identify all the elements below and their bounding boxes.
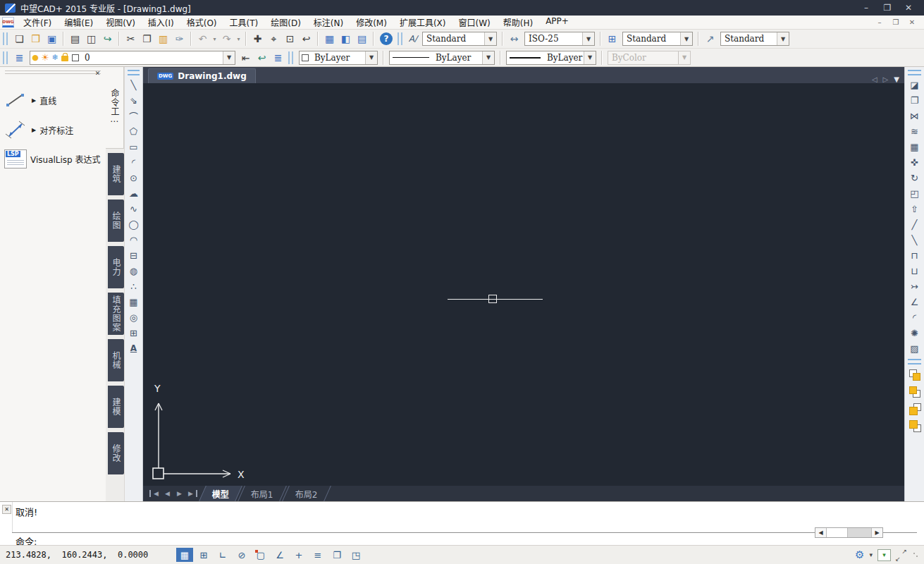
chevron-down-icon[interactable]: ▼ (482, 51, 494, 64)
chevron-down-icon[interactable]: ▾ (869, 551, 873, 558)
point-tool[interactable]: ∴ (125, 278, 142, 294)
dim-style-combo[interactable]: ISO-25 ▼ (524, 32, 595, 46)
linetype-control-combo[interactable]: ByLayer ▼ (389, 51, 495, 65)
arc-tool[interactable]: ◜ (125, 154, 142, 170)
menu-app-plus[interactable]: APP+ (539, 16, 575, 29)
toolbar-grip[interactable] (908, 359, 921, 364)
layer-previous-button[interactable]: ↩ (254, 50, 270, 66)
palette-tab-electric[interactable]: 电力 (108, 246, 124, 288)
cut-button[interactable]: ✂ (123, 31, 139, 47)
line-tool[interactable]: ╲ (125, 77, 142, 92)
annotation-scale-button[interactable]: ▾ (877, 549, 891, 561)
break-at-point-tool[interactable]: ⊓ (905, 247, 924, 263)
table-tool[interactable]: ⊞ (125, 325, 142, 341)
list-button[interactable]: ▤ (354, 31, 370, 47)
rectangle-tool[interactable]: ▭ (125, 139, 142, 154)
command-scrollbar[interactable]: ◀ ▶ (815, 527, 883, 538)
doc-tab-menu-button[interactable]: ▼ (894, 75, 899, 83)
snap-toggle[interactable]: ▦ (176, 548, 193, 562)
menu-draw[interactable]: 绘图(D) (264, 16, 307, 29)
help-button[interactable]: ? (380, 32, 393, 45)
scrollbar-track[interactable] (848, 528, 871, 537)
undo-button[interactable]: ↶ (195, 31, 211, 47)
toolbar-grip[interactable] (288, 51, 293, 64)
properties-button[interactable]: ◧ (338, 31, 354, 47)
previous-layout-button[interactable]: ◀ (161, 490, 173, 497)
scroll-right-icon[interactable]: ▶ (871, 528, 882, 537)
fillet-tool[interactable]: ◜ (905, 309, 924, 325)
open-button[interactable]: ❒ (27, 31, 44, 47)
print-button[interactable]: ▤ (67, 31, 83, 47)
menu-modify[interactable]: 修改(M) (350, 16, 393, 29)
viewport-toggle[interactable]: ◳ (347, 548, 364, 562)
menu-edit[interactable]: 编辑(E) (58, 16, 99, 29)
command-close-button[interactable]: ✕ (2, 505, 11, 514)
toolbar-grip[interactable] (128, 70, 140, 75)
lineweight-control-combo[interactable]: ByLayer ▼ (506, 51, 596, 65)
chevron-down-icon[interactable]: ▼ (777, 32, 789, 45)
redo-dropdown[interactable]: ▾ (235, 31, 242, 47)
flyout-arrow-icon[interactable]: ▶ (32, 97, 36, 104)
draw-order-bring-to-front-button[interactable] (905, 366, 924, 383)
plot-button[interactable]: ↪ (99, 31, 116, 47)
stretch-tool[interactable]: ⇧ (905, 201, 924, 216)
menu-window[interactable]: 窗口(W) (452, 16, 497, 29)
last-layout-button[interactable]: ▶ (185, 490, 197, 497)
chevron-down-icon[interactable]: ▼ (582, 32, 594, 45)
layer-combo[interactable]: ● ☀ ❄ 0 ▼ (30, 51, 235, 65)
toolbar-grip[interactable] (908, 70, 921, 75)
print-preview-button[interactable]: ◫ (83, 31, 99, 47)
grid-toggle[interactable]: ⊞ (195, 548, 212, 562)
array-tool[interactable]: ▦ (905, 139, 924, 154)
layout1-tab[interactable]: 布局1 (238, 486, 286, 501)
copy-button[interactable]: ❐ (139, 31, 155, 47)
zoom-realtime-button[interactable]: ⌖ (266, 31, 282, 47)
palette-tab-modeling[interactable]: 建模 (108, 386, 124, 428)
lineweight-toggle[interactable]: ≡ (309, 548, 326, 562)
palette-tab-hatch-patterns[interactable]: 填充图案 (108, 293, 124, 335)
menu-file[interactable]: 文件(F) (17, 16, 58, 29)
region-tool[interactable]: ◎ (125, 309, 142, 325)
zoom-window-button[interactable]: ⊡ (282, 31, 298, 47)
arc-start-center-tool[interactable]: ⌒ (125, 108, 142, 123)
text-style-combo[interactable]: Standard ▼ (422, 32, 497, 46)
minimize-button[interactable]: – (856, 0, 877, 16)
rotate-tool[interactable]: ↻ (905, 170, 924, 185)
layout2-tab[interactable]: 布局2 (282, 486, 331, 501)
osnap-toggle[interactable]: ▢ (252, 548, 269, 562)
make-object-layer-current-button[interactable]: ⇤ (238, 50, 254, 66)
polygon-tool[interactable]: ⬠ (125, 123, 142, 139)
table-style-combo[interactable]: Standard ▼ (622, 32, 693, 46)
make-block-tool[interactable]: ◍ (125, 263, 142, 278)
join-tool[interactable]: ↣ (905, 278, 924, 294)
document-tab-drawing1[interactable]: DWG Drawing1.dwg (148, 68, 256, 83)
menu-format[interactable]: 格式(O) (180, 16, 223, 29)
layer-states-button[interactable]: ≣ (270, 50, 286, 66)
offset-tool[interactable]: ≋ (905, 123, 924, 139)
palette-tab-mechanical[interactable]: 机械 (108, 339, 124, 381)
pan-button[interactable]: ✚ (250, 31, 266, 47)
palette-tab-draw[interactable]: 绘图 (108, 200, 124, 242)
menu-dimension[interactable]: 标注(N) (307, 16, 350, 29)
palette-close-button[interactable]: ✕ (92, 68, 103, 78)
draw-order-send-under-button[interactable] (905, 417, 924, 434)
draw-order-bring-above-button[interactable] (905, 400, 924, 417)
chevron-down-icon[interactable]: ▼ (484, 32, 496, 45)
draw-order-send-to-back-button[interactable] (905, 383, 924, 400)
scroll-left-icon[interactable]: ◀ (815, 528, 827, 537)
match-properties-button[interactable]: ✑ (171, 31, 187, 47)
hatch-tool[interactable]: ▦ (125, 294, 142, 309)
otrack-toggle[interactable]: ∠ (271, 548, 288, 562)
trim-tool[interactable]: ╱ (905, 216, 924, 232)
palette-tab-command-tools[interactable]: 命令工⋯ (106, 67, 124, 149)
insert-block-tool[interactable]: ⊟ (125, 247, 142, 263)
palette-item-aligned-dim[interactable]: ▶ 对齐标注 (3, 120, 103, 140)
palette-tab-architecture[interactable]: 建筑 (108, 153, 124, 195)
resize-grip[interactable] (913, 552, 918, 558)
explode-tool[interactable]: ✺ (905, 325, 924, 341)
ellipse-arc-tool[interactable]: ◠ (125, 232, 142, 247)
doc-tab-scroll-left-button[interactable]: ◁ (872, 75, 877, 83)
ellipse-tool[interactable]: ◯ (125, 216, 142, 232)
palette-tab-modify[interactable]: 修改 (108, 432, 124, 474)
close-button[interactable]: ✕ (898, 0, 919, 16)
